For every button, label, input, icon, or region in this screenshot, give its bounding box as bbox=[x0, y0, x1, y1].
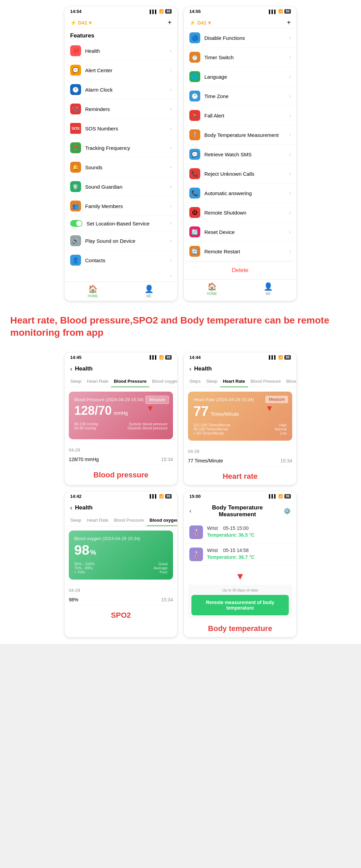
bodytemp-status-icons: ▌▌▌ 📶 99 bbox=[269, 494, 291, 499]
menu-item-timezone[interactable]: 🕐 Time Zone › bbox=[184, 86, 296, 106]
menu-item-soundguardian[interactable]: 🛡️ Sound Guardian › bbox=[65, 177, 177, 196]
tab-o2-bp[interactable]: Blood oxygen bbox=[149, 376, 177, 387]
menu-item-alarm[interactable]: 🕐 Alarm Clock › bbox=[65, 80, 177, 99]
menu-item-sounds[interactable]: 🔔 Sounds › bbox=[65, 158, 177, 177]
add-icon-1[interactable]: + bbox=[168, 19, 172, 27]
hr-measure-button[interactable]: Measure bbox=[265, 396, 288, 403]
bodytemp-title: Body Temperature Measurement bbox=[194, 504, 281, 518]
nav-home-2[interactable]: 🏠 HOME bbox=[184, 282, 240, 296]
spo2-data-row-1: 98% 15:34 bbox=[69, 594, 173, 605]
bp-time: 14:45 bbox=[70, 355, 81, 360]
bodytemp-time: 15:00 bbox=[189, 494, 201, 499]
menu-item-resetdevice[interactable]: 🔄 Reset Device › bbox=[184, 222, 296, 242]
tab-bp-hr[interactable]: Blood Pressure bbox=[248, 376, 284, 387]
nav-me-1[interactable]: 👤 ME bbox=[121, 285, 177, 298]
menu-label-sos: SOS Numbers bbox=[85, 126, 170, 131]
bodytemp-back-arrow[interactable]: ‹ bbox=[189, 507, 191, 515]
delete-button[interactable]: Delete bbox=[184, 262, 296, 279]
bodytemp-header: ‹ Body Temperature Measurement ⚙️ bbox=[184, 501, 296, 521]
remote-measure-button[interactable]: Remote measurement of body temperature bbox=[191, 595, 289, 615]
spo2-card-title: Blood oxygen (2024-04-29 15:34) bbox=[74, 536, 168, 541]
bodytemp-screen: 15:00 ▌▌▌ 📶 99 ‹ Body Temperature Measur… bbox=[184, 492, 296, 637]
tab-o2-active[interactable]: Blood oxygen bbox=[147, 515, 177, 526]
bp-measure-button[interactable]: Measure bbox=[145, 396, 169, 404]
menu-item-health[interactable]: ❤️ Health › bbox=[65, 41, 177, 61]
menu-item-fallalert[interactable]: 🏃 Fall Alert › bbox=[184, 106, 296, 125]
hr-status-icons: ▌▌▌ 📶 99 bbox=[269, 355, 291, 360]
menu-item-family[interactable]: 👥 Family Members › bbox=[65, 196, 177, 216]
spo2-battery: 99 bbox=[165, 494, 172, 499]
spo2-range-poor-label: Poor bbox=[160, 570, 168, 574]
menu-item-playsound[interactable]: 🔊 Play Sound on Device › bbox=[65, 231, 177, 251]
hr-range-high-label: High bbox=[279, 423, 287, 427]
tab-sleep-spo2[interactable]: Sleep bbox=[67, 515, 84, 526]
menu-item-reminders[interactable]: 🩺 Reminders › bbox=[65, 99, 177, 119]
chevron-alarm: › bbox=[170, 86, 172, 93]
location-toggle[interactable] bbox=[70, 220, 82, 227]
chevron-tracking: › bbox=[170, 145, 172, 151]
menu-item-sos[interactable]: SOS SOS Numbers › bbox=[65, 119, 177, 138]
spo2-range-good-val: 90% - 100% bbox=[74, 562, 95, 566]
tab-hr-active[interactable]: Heart Rate bbox=[220, 376, 248, 387]
temp-date-1: 05-15 15:00 bbox=[223, 525, 249, 531]
add-icon-2[interactable]: + bbox=[287, 19, 291, 27]
menu-item-tracking[interactable]: 📍 Tracking Frequency › bbox=[65, 138, 177, 158]
family-icon: 👥 bbox=[70, 201, 81, 211]
menu-item-retrievesms[interactable]: 💬 Retrieve Watch SMS › bbox=[184, 145, 296, 164]
spo2-unit: % bbox=[90, 549, 96, 556]
contacts-icon: 👤 bbox=[70, 255, 81, 266]
top-phones-row: 14:54 ▌▌▌ 📶 99 ⚡ D41 ▾ + Features ❤️ Hea… bbox=[0, 0, 361, 307]
bp-status-bar: 14:45 ▌▌▌ 📶 99 bbox=[65, 353, 177, 362]
chevron-timezone: › bbox=[289, 93, 291, 99]
bodytemp-settings-icon[interactable]: ⚙️ bbox=[283, 507, 291, 515]
hr-back-arrow[interactable]: ‹ bbox=[189, 365, 191, 373]
menu-item-autoanswer[interactable]: 📞 Automatic answering › bbox=[184, 184, 296, 203]
menu-label-disable: Disable Functions bbox=[204, 35, 289, 41]
menu-item-contacts[interactable]: 👤 Contacts › bbox=[65, 251, 177, 270]
bodytemp-status-bar: 15:00 ▌▌▌ 📶 99 bbox=[184, 492, 296, 501]
scroll-indicator: › bbox=[65, 270, 177, 282]
tab-hr-spo2[interactable]: Heart Rate bbox=[84, 515, 111, 526]
nav-me-2[interactable]: 👤 ME bbox=[240, 282, 296, 296]
hr-title: Health bbox=[194, 365, 212, 372]
menu-label-location: Set Location-Based Service bbox=[87, 221, 170, 226]
hr-range-high-val: 101-200 Times/Minute bbox=[193, 423, 231, 427]
bp-back-arrow[interactable]: ‹ bbox=[70, 365, 72, 373]
rejectcalls-icon: 📞 bbox=[189, 168, 200, 179]
tab-sleep-bp[interactable]: Sleep bbox=[67, 376, 84, 387]
bp-data-section: 04-29 128/70 mmHg 15:34 bbox=[65, 443, 177, 468]
spo2-value-row: 98 % bbox=[74, 542, 168, 559]
bp-title: Health bbox=[75, 365, 93, 372]
bp-range-diastolic: 60-89 mmHg Diastolic blood pressure bbox=[74, 426, 168, 430]
spo2-ranges: 90% - 100% Good 70% - 89% Average < 70% … bbox=[74, 562, 168, 574]
temp-location-2: Wrist bbox=[207, 548, 218, 553]
remote-note: Up to 30 days of data bbox=[191, 588, 289, 592]
autoanswer-icon: 📞 bbox=[189, 188, 200, 199]
nav-home-1[interactable]: 🏠 HOME bbox=[65, 285, 121, 298]
banner-text: Heart rate, Blood pressure,SPO2 and Body… bbox=[10, 314, 351, 339]
bp-status-icons: ▌▌▌ 📶 99 bbox=[150, 355, 172, 360]
menu-item-timer[interactable]: ⏱️ Timer Switch › bbox=[184, 48, 296, 67]
resetdevice-icon: 🔄 bbox=[189, 226, 200, 237]
spo2-back-arrow[interactable]: ‹ bbox=[70, 504, 72, 511]
tab-steps-hr[interactable]: Steps bbox=[187, 376, 203, 387]
menu-item-shutdown[interactable]: ⏻ Remote Shutdown › bbox=[184, 203, 296, 222]
tab-o2-hr[interactable]: Blood o bbox=[283, 376, 296, 387]
menu-item-location[interactable]: Set Location-Based Service › bbox=[65, 216, 177, 231]
menu-item-alert[interactable]: 💬 Alert Center › bbox=[65, 61, 177, 80]
menu-item-language[interactable]: 🌐 Language › bbox=[184, 67, 296, 86]
tab-bp-active[interactable]: Blood Pressure bbox=[111, 376, 149, 387]
tab-sleep-hr[interactable]: Sleep bbox=[203, 376, 220, 387]
menu-item-bodytemp[interactable]: 🌡️ Body Temperature Measurement › bbox=[184, 125, 296, 145]
hr-wifi: 📶 bbox=[278, 355, 283, 360]
menu-item-remoterestart[interactable]: 🔄 Remote Restart › bbox=[184, 242, 296, 261]
tab-heartrate-bp[interactable]: Heart Rate bbox=[84, 376, 111, 387]
menu-item-disable[interactable]: 🔵 Disable Functions › bbox=[184, 28, 296, 48]
hr-range-low-val: < 60 Times/Minute bbox=[193, 431, 224, 435]
spo2-status-icons: ▌▌▌ 📶 99 bbox=[150, 494, 172, 499]
menu-item-rejectcalls[interactable]: 📞 Reject Unknown Calls › bbox=[184, 164, 296, 184]
temp-item-2: 🌡️ Wrist 05-15 14:58 Temperature: 36.7 °… bbox=[184, 543, 296, 566]
device-label-1: D41 bbox=[78, 20, 88, 26]
tab-bp-spo2[interactable]: Blood Pressure bbox=[111, 515, 147, 526]
me-icon-2: 👤 bbox=[264, 282, 273, 291]
